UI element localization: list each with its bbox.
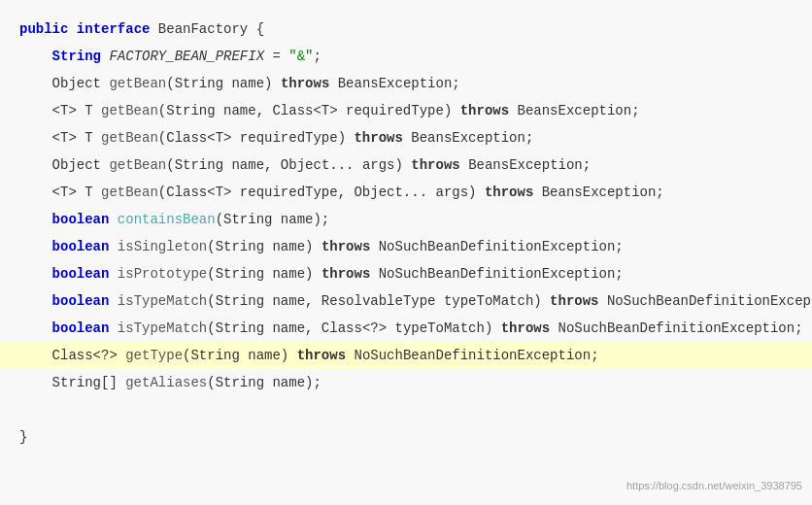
keyword-throws-9: throws [501, 320, 550, 336]
keyword-throws-5: throws [485, 185, 533, 200]
keyword-boolean-1: boolean [52, 212, 110, 227]
method-isprototype: isPrototype [118, 266, 207, 282]
method-getbean-4: getBean [109, 157, 166, 173]
code-line-12: boolean isTypeMatch(String name, Class<?… [19, 315, 793, 342]
watermark: https://blog.csdn.net/weixin_3938795 [626, 480, 802, 491]
method-getbean-3: getBean [101, 130, 158, 146]
method-getbean-2: getBean [101, 103, 158, 118]
exception-beansexception-4: BeansException [468, 157, 583, 173]
method-getaliases: getAliases [125, 375, 207, 390]
exception-beansexception-5: BeansException [542, 185, 657, 200]
code-line-2: String FACTORY_BEAN_PREFIX = "&"; [19, 43, 793, 70]
exception-nosuchbean-3: NoSuchBeanDefinitionException [607, 293, 812, 309]
method-getbean-5: getBean [101, 185, 158, 200]
keyword-throws-3: throws [354, 130, 402, 146]
keyword-string: String [52, 49, 101, 64]
keyword-throws-4: throws [411, 157, 459, 173]
code-line-16: } [19, 423, 793, 451]
type-object-2: Object [52, 157, 101, 173]
code-line-14: String[] getAliases(String name); [19, 369, 793, 396]
code-line-11: boolean isTypeMatch(String name, Resolva… [19, 287, 793, 315]
code-line-3: Object getBean(String name) throws Beans… [19, 70, 793, 97]
exception-beansexception-1: BeansException [338, 76, 453, 91]
keyword-boolean-4: boolean [52, 293, 110, 309]
class-name: BeanFactory [158, 21, 248, 37]
keyword-throws-1: throws [281, 76, 329, 91]
code-container: public interface BeanFactory { String FA… [0, 0, 812, 505]
method-containsbean: containsBean [118, 212, 216, 227]
exception-beansexception-3: BeansException [411, 130, 525, 146]
code-line-13-highlight: Class<?> getType(String name) throws NoS… [0, 342, 812, 369]
exception-nosuchbean-5: NoSuchBeanDefinitionException [354, 348, 591, 363]
keyword-throws-8: throws [550, 293, 598, 309]
code-line-7: <T> T getBean(Class<T> requiredType, Obj… [19, 179, 793, 206]
code-line-9: boolean isSingleton(String name) throws … [19, 233, 793, 260]
keyword-interface: interface [77, 21, 151, 37]
method-istypematch-1: isTypeMatch [118, 293, 207, 309]
keyword-public: public [19, 21, 68, 37]
keyword-throws-7: throws [321, 266, 370, 282]
constant-name: FACTORY_BEAN_PREFIX [109, 49, 264, 64]
code-line-4: <T> T getBean(String name, Class<T> requ… [19, 97, 793, 124]
keyword-throws-6: throws [321, 239, 370, 254]
method-gettype: getType [125, 348, 183, 363]
code-line-5: <T> T getBean(Class<T> requiredType) thr… [19, 124, 793, 152]
method-issingleton: isSingleton [118, 239, 207, 254]
code-line-6: Object getBean(String name, Object... ar… [19, 152, 793, 179]
exception-nosuchbean-4: NoSuchBeanDefinitionException [558, 320, 795, 336]
code-line-10: boolean isPrototype(String name) throws … [19, 260, 793, 287]
method-getbean-1: getBean [109, 76, 166, 91]
keyword-boolean-2: boolean [52, 239, 110, 254]
keyword-throws-10: throws [297, 348, 346, 363]
keyword-boolean-5: boolean [52, 320, 110, 336]
code-line-15 [19, 396, 793, 423]
method-istypematch-2: isTypeMatch [118, 320, 207, 336]
keyword-boolean-3: boolean [52, 266, 110, 282]
exception-nosuchbean-2: NoSuchBeanDefinitionException [379, 266, 616, 282]
code-line-1: public interface BeanFactory { [19, 16, 793, 43]
keyword-throws-2: throws [460, 103, 509, 118]
exception-nosuchbean-1: NoSuchBeanDefinitionException [379, 239, 616, 254]
type-object: Object [52, 76, 101, 91]
string-value: "&" [288, 49, 313, 64]
exception-beansexception-2: BeansException [518, 103, 632, 118]
code-line-8: boolean containsBean(String name); [19, 206, 793, 233]
